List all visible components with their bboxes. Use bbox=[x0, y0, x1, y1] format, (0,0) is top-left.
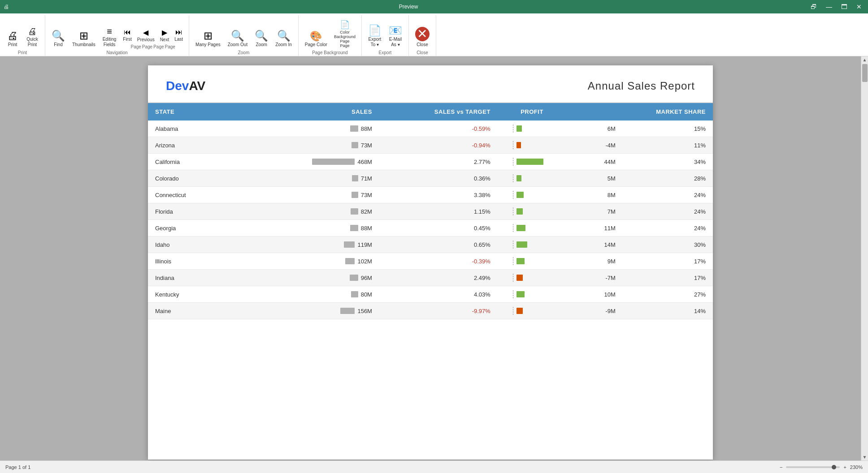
last-page-label: Last bbox=[174, 37, 183, 42]
cell-market-share: 11% bbox=[623, 137, 713, 154]
close-group: ✕ Close Close bbox=[409, 15, 436, 56]
zoom-in-button[interactable]: 🔍 Zoom In bbox=[273, 29, 295, 49]
cell-vs-target: 3.38% bbox=[408, 187, 498, 203]
thumbnails-button[interactable]: ⊞ Thumbnails bbox=[69, 29, 98, 49]
zoom-button[interactable]: 🔍 Zoom bbox=[252, 29, 271, 49]
scroll-up-arrow[interactable]: ▲ bbox=[862, 56, 868, 63]
next-icon: ▶ bbox=[162, 28, 167, 37]
quick-print-label: QuickPrint bbox=[26, 37, 38, 47]
table-header-row: STATE SALES SALES vs TARGET PROFIT MARKE… bbox=[148, 103, 713, 120]
vertical-scrollbar[interactable]: ▲ ▼ bbox=[861, 56, 868, 460]
col-vs-target: SALES vs TARGET bbox=[408, 103, 498, 120]
page-color-icon: 🎨 bbox=[310, 31, 322, 41]
cell-sales: 80M bbox=[272, 286, 379, 303]
maximize-button[interactable]: 🗖 bbox=[838, 2, 850, 11]
export-group-label: Export bbox=[378, 50, 391, 55]
close-window-button[interactable]: ✕ bbox=[854, 2, 864, 11]
find-button[interactable]: 🔍 Find bbox=[49, 29, 68, 49]
last-page-button[interactable]: ⏭ Last bbox=[172, 27, 185, 43]
zoom-out-label: Zoom Out bbox=[228, 42, 247, 47]
email-as-button[interactable]: 📧 E-MailAs ▾ bbox=[386, 23, 405, 49]
cell-sales: 73M bbox=[272, 187, 379, 203]
cell-sales: 119M bbox=[272, 236, 379, 253]
minimize-button[interactable]: — bbox=[823, 2, 835, 11]
page-color-button[interactable]: 🎨 Page Color bbox=[302, 30, 330, 49]
close-content: ✕ Close bbox=[412, 17, 432, 49]
print-icon: 🖨 bbox=[7, 30, 18, 41]
cell-state: Idaho bbox=[148, 236, 272, 253]
editing-fields-icon: ≡ bbox=[107, 27, 112, 36]
zoom-plus[interactable]: + bbox=[843, 464, 846, 470]
cell-state: Kentucky bbox=[148, 286, 272, 303]
previous-icon: ◀ bbox=[143, 28, 148, 37]
next-page-button[interactable]: ▶ Next bbox=[158, 27, 172, 43]
company-logo: DevAV bbox=[166, 79, 205, 93]
many-pages-button[interactable]: ⊞ Many Pages bbox=[193, 29, 223, 49]
nav-group-label: Navigation bbox=[106, 50, 127, 55]
title-bar-left: 🖨 bbox=[4, 4, 9, 10]
close-ribbon-button[interactable]: ✕ Close bbox=[412, 25, 432, 49]
table-row: Arizona 73M -0.94% -4M11% bbox=[148, 137, 713, 154]
quick-print-button[interactable]: 🖨 QuickPrint bbox=[23, 25, 41, 49]
find-icon: 🔍 bbox=[52, 30, 65, 41]
page-area: DevAV Annual Sales Report STATE SALES SA… bbox=[0, 56, 861, 460]
first-page-icon: ⏮ bbox=[124, 28, 131, 36]
first-page-label: First bbox=[123, 37, 131, 42]
zoom-label: Zoom bbox=[256, 42, 267, 47]
export-to-button[interactable]: 📄 ExportTo ▾ bbox=[365, 23, 384, 49]
cell-profit bbox=[498, 170, 566, 187]
cell-market-share: 27% bbox=[623, 286, 713, 303]
print-group: 🖨 Print 🖨 QuickPrint Print bbox=[0, 15, 45, 56]
cell-profit-value: -7M bbox=[566, 270, 623, 286]
cell-market-share: 28% bbox=[623, 170, 713, 187]
title-bar: 🖨 Preview 🗗 — 🗖 ✕ bbox=[0, 0, 868, 13]
zoom-slider-thumb[interactable] bbox=[832, 465, 836, 469]
table-row: Connecticut 73M 3.38% 8M24% bbox=[148, 187, 713, 203]
cell-vs-target: 0.65% bbox=[408, 236, 498, 253]
cell-spacer bbox=[379, 137, 408, 154]
cell-sales: 156M bbox=[272, 303, 379, 319]
document-page: DevAV Annual Sales Report STATE SALES SA… bbox=[148, 65, 713, 460]
zoom-group: ⊞ Many Pages 🔍 Zoom Out 🔍 Zoom 🔍 Zoom In… bbox=[189, 15, 299, 56]
cell-sales: 88M bbox=[272, 120, 379, 137]
cell-state: Indiana bbox=[148, 270, 272, 286]
cell-spacer bbox=[379, 170, 408, 187]
cell-profit bbox=[498, 253, 566, 270]
page-info: Page 1 of 1 bbox=[5, 464, 30, 470]
first-page-button[interactable]: ⏮ First bbox=[121, 27, 134, 43]
print-button[interactable]: 🖨 Print bbox=[4, 29, 22, 49]
cell-state: Georgia bbox=[148, 220, 272, 236]
table-row: Illinois 102M -0.39% 9M17% bbox=[148, 253, 713, 270]
editing-fields-button[interactable]: ≡ EditingFields bbox=[100, 25, 119, 49]
print-group-label: Print bbox=[18, 50, 27, 55]
cell-sales: 96M bbox=[272, 270, 379, 286]
cell-sales: 468M bbox=[272, 154, 379, 170]
col-sales-bar bbox=[379, 103, 408, 120]
export-content: 📄 ExportTo ▾ 📧 E-MailAs ▾ bbox=[365, 17, 405, 49]
cell-sales: 102M bbox=[272, 253, 379, 270]
cell-spacer bbox=[379, 253, 408, 270]
close-ribbon-icon: ✕ bbox=[415, 27, 430, 41]
zoom-minus[interactable]: − bbox=[780, 464, 782, 470]
cell-vs-target: -0.39% bbox=[408, 253, 498, 270]
zoom-out-button[interactable]: 🔍 Zoom Out bbox=[225, 29, 250, 49]
cell-vs-target: 4.03% bbox=[408, 286, 498, 303]
cell-vs-target: 0.36% bbox=[408, 170, 498, 187]
col-profit-bar bbox=[566, 103, 623, 120]
cell-profit-value: 8M bbox=[566, 187, 623, 203]
previous-page-button[interactable]: ◀ Previous bbox=[135, 27, 157, 43]
zoom-icon: 🔍 bbox=[255, 30, 268, 41]
restore-button[interactable]: 🗗 bbox=[808, 2, 820, 11]
editing-fields-label: EditingFields bbox=[103, 37, 117, 47]
cell-profit bbox=[498, 220, 566, 236]
sales-value: 102M bbox=[357, 258, 372, 265]
scroll-thumb[interactable] bbox=[862, 64, 868, 82]
navigation-group: 🔍 Find ⊞ Thumbnails ≡ EditingFields ⏮ Fi… bbox=[45, 15, 189, 56]
col-market-share: MARKET SHARE bbox=[623, 103, 713, 120]
color-background-page-button[interactable]: 📄 ColorBackgroundPagePage bbox=[332, 18, 358, 49]
table-row: Florida 82M 1.15% 7M24% bbox=[148, 203, 713, 220]
zoom-slider[interactable] bbox=[786, 466, 840, 468]
cell-sales: 82M bbox=[272, 203, 379, 220]
scroll-down-arrow[interactable]: ▼ bbox=[862, 454, 868, 460]
zoom-in-label: Zoom In bbox=[275, 42, 292, 47]
